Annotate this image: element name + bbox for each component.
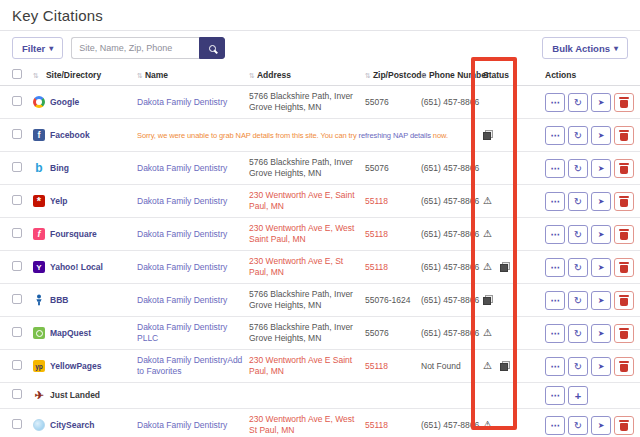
delete-button[interactable] bbox=[614, 192, 634, 211]
site-link[interactable]: Foursquare bbox=[50, 229, 97, 240]
name-link[interactable]: Dakota Family Dentistry bbox=[137, 420, 227, 430]
refresh-button[interactable]: ↻ bbox=[568, 416, 588, 435]
refresh-button[interactable]: ↻ bbox=[568, 192, 588, 211]
refresh-button[interactable]: ↻ bbox=[568, 126, 588, 145]
refresh-button[interactable]: ↻ bbox=[568, 258, 588, 277]
refresh-button[interactable]: ↻ bbox=[568, 93, 588, 112]
row-checkbox[interactable] bbox=[12, 389, 22, 399]
share-arrow-icon: ➤ bbox=[598, 421, 605, 430]
delete-button[interactable] bbox=[614, 159, 634, 178]
share-button[interactable]: ➤ bbox=[591, 192, 611, 211]
name-link[interactable]: Dakota Family Dentistry bbox=[137, 229, 227, 239]
more-actions-button[interactable]: ⋯ bbox=[545, 357, 565, 376]
refresh-button[interactable]: ↻ bbox=[568, 159, 588, 178]
site-link[interactable]: Yelp bbox=[50, 196, 67, 207]
refresh-button[interactable]: ↻ bbox=[568, 357, 588, 376]
row-checkbox[interactable] bbox=[12, 162, 22, 172]
share-button[interactable]: ➤ bbox=[591, 159, 611, 178]
delete-button[interactable] bbox=[614, 258, 634, 277]
search-input[interactable] bbox=[71, 37, 199, 59]
site-link[interactable]: MapQuest bbox=[50, 328, 91, 339]
more-actions-button[interactable]: ⋯ bbox=[545, 416, 565, 435]
delete-button[interactable] bbox=[614, 357, 634, 376]
chevron-down-icon: ▾ bbox=[614, 44, 618, 53]
share-button[interactable]: ➤ bbox=[591, 291, 611, 310]
share-button[interactable]: ➤ bbox=[591, 324, 611, 343]
row-checkbox[interactable] bbox=[12, 294, 22, 304]
delete-button[interactable] bbox=[614, 225, 634, 244]
name-link[interactable]: Dakota Family Dentistry bbox=[137, 295, 227, 305]
site-link[interactable]: YellowPages bbox=[50, 361, 102, 372]
foursquare-icon: f bbox=[33, 228, 45, 240]
header-phone[interactable]: ⇅Phone Number bbox=[421, 70, 479, 81]
more-actions-button[interactable]: ⋯ bbox=[545, 324, 565, 343]
row-checkbox[interactable] bbox=[12, 261, 22, 271]
site-link[interactable]: Bing bbox=[50, 163, 69, 174]
row-checkbox[interactable] bbox=[12, 419, 22, 429]
row-checkbox[interactable] bbox=[12, 228, 22, 238]
more-actions-button[interactable]: ⋯ bbox=[545, 192, 565, 211]
more-actions-button[interactable]: ⋯ bbox=[545, 126, 565, 145]
more-actions-button[interactable]: ⋯ bbox=[545, 258, 565, 277]
more-actions-button[interactable]: ⋯ bbox=[545, 291, 565, 310]
site-link[interactable]: Google bbox=[50, 97, 79, 108]
bulk-actions-button[interactable]: Bulk Actions ▾ bbox=[542, 37, 628, 59]
name-link[interactable]: Dakota Family DentistryAdd to Favorites bbox=[137, 355, 242, 376]
address-cell: 5766 Blackshire Path, Inver Grove Height… bbox=[249, 91, 365, 113]
warning-icon: ⚠ bbox=[483, 328, 492, 338]
refresh-icon: ↻ bbox=[574, 97, 582, 108]
share-button[interactable]: ➤ bbox=[591, 93, 611, 112]
refresh-icon: ↻ bbox=[574, 361, 582, 372]
ellipsis-icon: ⋯ bbox=[551, 130, 560, 141]
share-button[interactable]: ➤ bbox=[591, 126, 611, 145]
header-name[interactable]: ⇅Name bbox=[137, 70, 249, 81]
trash-icon bbox=[620, 423, 628, 431]
ellipsis-icon: ⋯ bbox=[551, 262, 560, 273]
row-checkbox[interactable] bbox=[12, 129, 22, 139]
more-actions-button[interactable]: ⋯ bbox=[545, 225, 565, 244]
row-checkbox[interactable] bbox=[12, 96, 22, 106]
name-link[interactable]: Dakota Family Dentistry bbox=[137, 163, 227, 173]
name-link[interactable]: Dakota Family Dentistry bbox=[137, 97, 227, 107]
site-link[interactable]: Facebook bbox=[50, 130, 90, 141]
name-link[interactable]: Dakota Family Dentistry PLLC bbox=[137, 322, 227, 343]
search-button[interactable] bbox=[199, 37, 225, 59]
refresh-button[interactable]: ↻ bbox=[568, 291, 588, 310]
delete-button[interactable] bbox=[614, 416, 634, 435]
name-link[interactable]: Dakota Family Dentistry bbox=[137, 262, 227, 272]
refresh-button[interactable]: ↻ bbox=[568, 225, 588, 244]
refresh-icon: ↻ bbox=[574, 229, 582, 240]
share-button[interactable]: ➤ bbox=[591, 225, 611, 244]
filter-button[interactable]: Filter ▾ bbox=[12, 37, 63, 59]
table-row-yahoo-local: YYahoo! Local Dakota Family Dentistry 23… bbox=[0, 251, 640, 284]
add-citation-button[interactable]: + bbox=[568, 386, 588, 405]
name-link[interactable]: Dakota Family Dentistry bbox=[137, 196, 227, 206]
table-row-citysearch: CitySearch Dakota Family Dentistry 230 W… bbox=[0, 409, 640, 437]
share-button[interactable]: ➤ bbox=[591, 258, 611, 277]
delete-button[interactable] bbox=[614, 93, 634, 112]
header-address[interactable]: ⇅Address bbox=[249, 70, 365, 81]
row-checkbox[interactable] bbox=[12, 327, 22, 337]
refresh-button[interactable]: ↻ bbox=[568, 324, 588, 343]
header-zip[interactable]: ⇅Zip/Postcode bbox=[365, 70, 421, 81]
address-cell: 230 Wentworth Ave E, West Saint Paul, MN bbox=[249, 223, 365, 245]
google-icon bbox=[33, 96, 45, 108]
delete-button[interactable] bbox=[614, 291, 634, 310]
refresh-nap-link[interactable]: refreshing NAP details bbox=[359, 131, 431, 140]
more-actions-button[interactable]: ⋯ bbox=[545, 159, 565, 178]
more-actions-button[interactable]: ⋯ bbox=[545, 386, 565, 405]
share-button[interactable]: ➤ bbox=[591, 416, 611, 435]
row-checkbox[interactable] bbox=[12, 195, 22, 205]
delete-button[interactable] bbox=[614, 324, 634, 343]
share-arrow-icon: ➤ bbox=[598, 164, 605, 173]
site-link[interactable]: CitySearch bbox=[50, 420, 94, 431]
delete-button[interactable] bbox=[614, 126, 634, 145]
site-link[interactable]: Yahoo! Local bbox=[50, 262, 103, 273]
share-button[interactable]: ➤ bbox=[591, 357, 611, 376]
more-actions-button[interactable]: ⋯ bbox=[545, 93, 565, 112]
row-checkbox[interactable] bbox=[12, 360, 22, 370]
address-cell: 230 Wentworth Ave E, Saint Paul, MN bbox=[249, 190, 365, 212]
header-site[interactable]: ⇅Site/Directory bbox=[33, 70, 137, 81]
site-link[interactable]: BBB bbox=[50, 295, 68, 306]
select-all-checkbox[interactable] bbox=[12, 69, 22, 79]
